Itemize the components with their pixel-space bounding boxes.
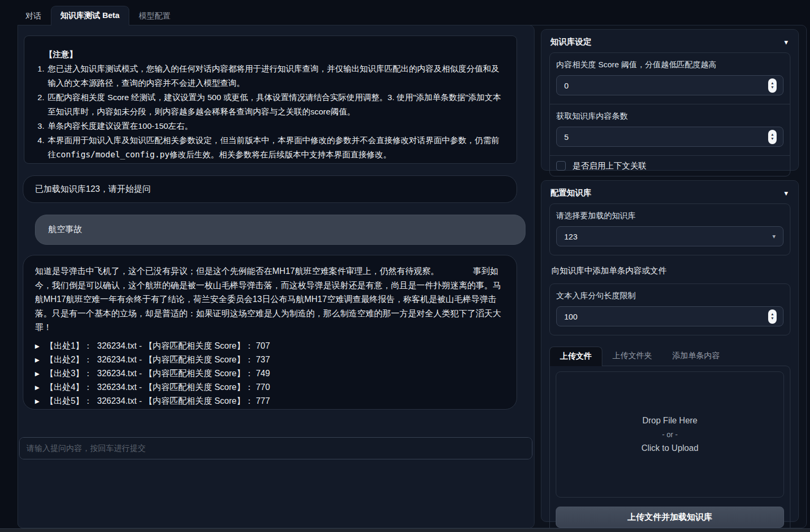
file-dropzone[interactable]: Drop File Here - or - Click to Upload bbox=[556, 371, 784, 498]
kb-select-form: 请选择要加载的知识库 123 ▾ bbox=[549, 203, 790, 255]
notice-item: 本界面用于知识入库及知识匹配相关参数设定，但当前版本中，本界面中修改的参数并不会… bbox=[47, 133, 504, 162]
score-threshold-field: ▲ ▼ bbox=[556, 75, 784, 95]
bottom-strip bbox=[0, 528, 810, 532]
upload-and-load-kb-button[interactable]: 上传文件并加载知识库 bbox=[556, 507, 784, 528]
accordion-title: 配置知识库 bbox=[550, 188, 592, 199]
user-message-text: 航空事故 bbox=[48, 225, 82, 234]
source-list: ▶【出处1】： 326234.txt - 【内容匹配相关度 Score】： 70… bbox=[35, 340, 505, 409]
topk-input[interactable] bbox=[563, 132, 768, 142]
expand-arrow-icon: ▶ bbox=[35, 371, 39, 377]
bot-message-text: 知道是导弹击中飞机了，这个已没有异议；但是这个先例能否在MH17航班空难案件审理… bbox=[35, 264, 505, 335]
context-link-row: 是否启用上下文关联 bbox=[550, 155, 790, 176]
sentence-limit-input[interactable] bbox=[563, 312, 768, 322]
source-text: 【出处4】： 326234.txt - 【内容匹配相关度 Score】： 770 bbox=[45, 380, 270, 395]
tab-chat[interactable]: 对话 bbox=[16, 7, 51, 25]
source-details[interactable]: ▶【出处3】： 326234.txt - 【内容匹配相关度 Score】： 74… bbox=[35, 367, 505, 381]
source-details[interactable]: ▶【出处1】： 326234.txt - 【内容匹配相关度 Score】： 70… bbox=[35, 340, 505, 353]
kb-selected-value: 123 bbox=[564, 232, 772, 241]
kb-test-panel: 【注意】 您已进入知识库测试模式，您输入的任何对话内容都将用于进行知识库查询，并… bbox=[17, 25, 535, 528]
context-link-checkbox[interactable] bbox=[556, 161, 566, 171]
sentence-limit-field: ▲ ▼ bbox=[556, 306, 784, 326]
source-text: 【出处2】： 326234.txt - 【内容匹配相关度 Score】： 737 bbox=[45, 353, 270, 367]
stepper-down-icon: ▼ bbox=[771, 85, 775, 90]
notice-item: 匹配内容相关度 Score 经测试，建议设置为 500 或更低，具体设置情况请结… bbox=[47, 90, 504, 119]
topk-label: 获取知识库内容条数 bbox=[556, 111, 784, 121]
expand-arrow-icon: ▶ bbox=[35, 343, 39, 349]
score-threshold-label: 内容相关度 Score 阈值，分值越低匹配度越高 bbox=[556, 60, 784, 70]
number-stepper[interactable]: ▲ ▼ bbox=[768, 130, 777, 144]
sentence-limit-form: 文本入库分句长度限制 ▲ ▼ bbox=[549, 283, 790, 335]
source-details[interactable]: ▶【出处2】： 326234.txt - 【内容匹配相关度 Score】： 73… bbox=[35, 353, 505, 367]
tab-upload-file[interactable]: 上传文件 bbox=[549, 347, 602, 366]
kb-select-section: 请选择要加载的知识库 123 ▾ bbox=[550, 204, 790, 255]
stepper-down-icon: ▼ bbox=[771, 316, 775, 321]
main-tabbar: 对话 知识库测试 Beta 模型配置 bbox=[16, 7, 180, 25]
score-threshold-input[interactable] bbox=[563, 81, 768, 91]
score-threshold-section: 内容相关度 Score 阈值，分值越低匹配度越高 ▲ ▼ bbox=[550, 53, 790, 104]
notice-item: 单条内容长度建议设置在100-150左右。 bbox=[47, 119, 504, 133]
chevron-down-icon: ▼ bbox=[783, 190, 789, 197]
topk-section: 获取知识库内容条数 ▲ ▼ bbox=[550, 104, 790, 155]
notice-box: 【注意】 您已进入知识库测试模式，您输入的任何对话内容都将用于进行知识库查询，并… bbox=[24, 36, 517, 164]
settings-column: 知识库设定 ▼ 内容相关度 Score 阈值，分值越低匹配度越高 ▲ ▼ 获取知… bbox=[541, 29, 799, 522]
bot-message: 知道是导弹击中飞机了，这个已没有异议；但是这个先例能否在MH17航班空难案件审理… bbox=[23, 255, 517, 410]
sentence-limit-label: 文本入库分句长度限制 bbox=[556, 291, 784, 301]
expand-arrow-icon: ▶ bbox=[35, 385, 39, 391]
dropzone-line2: - or - bbox=[662, 430, 678, 439]
tab-upload-folder[interactable]: 上传文件夹 bbox=[602, 347, 662, 366]
tab-model-config[interactable]: 模型配置 bbox=[129, 7, 180, 25]
accordion-title: 知识库设定 bbox=[550, 37, 592, 48]
kb-select-dropdown[interactable]: 123 ▾ bbox=[556, 226, 784, 246]
stepper-up-icon: ▲ bbox=[771, 132, 775, 137]
number-stepper[interactable]: ▲ ▼ bbox=[768, 309, 777, 324]
add-content-label: 向知识库中添加单条内容或文件 bbox=[551, 265, 790, 277]
notice-list: 您已进入知识库测试模式，您输入的任何对话内容都将用于进行知识库查询，并仅输出知识… bbox=[37, 61, 504, 162]
dropzone-line3: Click to Upload bbox=[642, 444, 699, 453]
tab-add-single-content[interactable]: 添加单条内容 bbox=[662, 347, 730, 366]
chevron-down-icon: ▼ bbox=[783, 39, 789, 46]
notice-item-text: 修改后生效。相关参数将在后续版本中支持本界面直接修改。 bbox=[170, 150, 391, 159]
source-text: 【出处3】： 326234.txt - 【内容匹配相关度 Score】： 749 bbox=[45, 367, 270, 381]
accordion-kb-config[interactable]: 配置知识库 ▼ bbox=[541, 181, 798, 203]
user-message: 航空事故 bbox=[35, 215, 526, 245]
source-text: 【出处1】： 326234.txt - 【内容匹配相关度 Score】： 707 bbox=[45, 339, 270, 353]
source-details[interactable]: ▶【出处5】： 326234.txt - 【内容匹配相关度 Score】： 77… bbox=[35, 395, 505, 409]
notice-item-code: configs/model_config.py bbox=[56, 150, 170, 159]
accordion-kb-settings[interactable]: 知识库设定 ▼ bbox=[541, 30, 798, 52]
context-link-label: 是否启用上下文关联 bbox=[573, 161, 647, 172]
source-details[interactable]: ▶【出处4】： 326234.txt - 【内容匹配相关度 Score】： 77… bbox=[35, 381, 505, 395]
sentence-limit-section: 文本入库分句长度限制 ▲ ▼ bbox=[550, 284, 790, 335]
source-text: 【出处5】： 326234.txt - 【内容匹配相关度 Score】： 777 bbox=[45, 394, 270, 409]
question-input[interactable] bbox=[19, 437, 532, 459]
dropdown-caret-icon: ▾ bbox=[772, 233, 776, 240]
bot-message: 已加载知识库123，请开始提问 bbox=[23, 175, 517, 203]
upload-file-tab-panel: Drop File Here - or - Click to Upload 上传… bbox=[549, 366, 790, 532]
notice-title: 【注意】 bbox=[44, 47, 504, 61]
kb-settings-panel: 知识库设定 ▼ 内容相关度 Score 阈值，分值越低匹配度越高 ▲ ▼ 获取知… bbox=[541, 29, 799, 171]
expand-arrow-icon: ▶ bbox=[35, 357, 39, 363]
topk-field: ▲ ▼ bbox=[556, 127, 784, 147]
kb-config-panel: 配置知识库 ▼ 请选择要加载的知识库 123 ▾ 向知识库中添加单条内容或文件 … bbox=[541, 180, 799, 522]
stepper-down-icon: ▼ bbox=[771, 137, 775, 141]
dropzone-line1: Drop File Here bbox=[642, 416, 697, 425]
upload-tabbar: 上传文件 上传文件夹 添加单条内容 bbox=[549, 347, 790, 366]
stepper-up-icon: ▲ bbox=[771, 312, 775, 316]
kb-settings-form: 内容相关度 Score 阈值，分值越低匹配度越高 ▲ ▼ 获取知识库内容条数 bbox=[549, 52, 790, 176]
number-stepper[interactable]: ▲ ▼ bbox=[768, 78, 777, 93]
bot-message-text: 已加载知识库123，请开始提问 bbox=[35, 184, 151, 193]
tab-kb-test[interactable]: 知识库测试 Beta bbox=[51, 6, 129, 25]
stepper-up-icon: ▲ bbox=[771, 81, 775, 85]
expand-arrow-icon: ▶ bbox=[35, 398, 39, 404]
kb-select-label: 请选择要加载的知识库 bbox=[556, 211, 784, 221]
notice-item: 您已进入知识库测试模式，您输入的任何对话内容都将用于进行知识库查询，并仅输出知识… bbox=[47, 61, 504, 90]
